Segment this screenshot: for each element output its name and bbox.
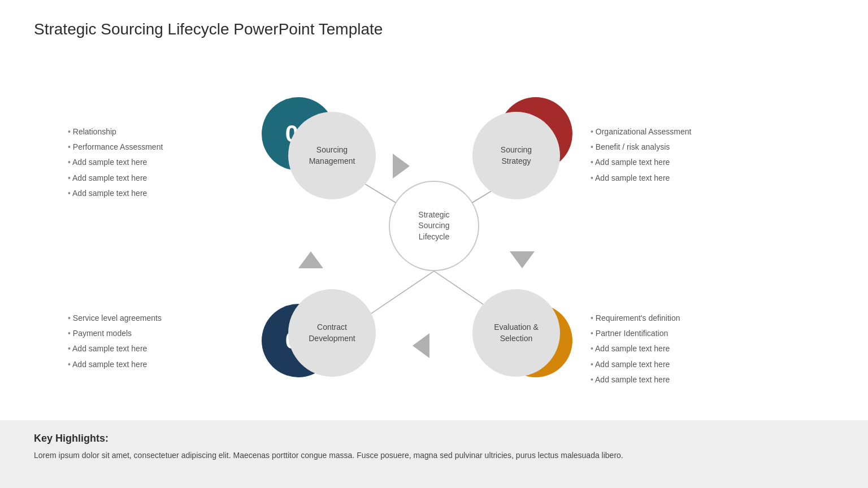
list-item: Relationship xyxy=(68,124,163,140)
arrow-right-01-02 xyxy=(393,154,410,178)
label-circle-03: Evaluation &Selection xyxy=(472,289,560,377)
list-item: Add sample text here xyxy=(591,357,680,372)
text-panel-top-left: Relationship Performance Assessment Add … xyxy=(68,124,163,201)
label-circle-02: SourcingStrategy xyxy=(472,112,560,199)
list-item: Add sample text here xyxy=(591,372,680,387)
list-item: Add sample text here xyxy=(68,357,162,372)
label-circle-01: SourcingManagement xyxy=(288,112,376,199)
label-04: ContractDevelopment xyxy=(309,322,355,344)
footer: Key Highlights: Lorem ipsum dolor sit am… xyxy=(0,420,868,488)
text-panel-bottom-right: Requirement's definition Partner Identif… xyxy=(591,311,680,387)
footer-title: Key Highlights: xyxy=(34,433,834,445)
list-item: Add sample text here xyxy=(68,186,163,201)
list-item: Add sample text here xyxy=(68,341,162,356)
arrow-down-02-03 xyxy=(510,251,535,268)
list-item: Add sample text here xyxy=(591,155,691,170)
list-item: Organizational Assessment xyxy=(591,124,691,140)
text-panel-top-right: Organizational Assessment Benefit / risk… xyxy=(591,124,691,186)
list-item: Add sample text here xyxy=(591,341,680,356)
list-item: Payment models xyxy=(68,326,162,341)
label-01: SourcingManagement xyxy=(309,145,355,167)
list-item: Add sample text here xyxy=(68,155,163,170)
list-item: Add sample text here xyxy=(68,171,163,186)
arrow-up-04-01 xyxy=(298,251,323,268)
footer-body: Lorem ipsum dolor sit amet, consectetuer… xyxy=(34,449,834,461)
list-item: Service level agreements xyxy=(68,311,162,326)
text-panel-bottom-left: Service level agreements Payment models … xyxy=(68,311,162,372)
label-03: Evaluation &Selection xyxy=(494,322,539,344)
list-item: Add sample text here xyxy=(591,171,691,186)
slide: Strategic Sourcing Lifecycle PowerPoint … xyxy=(0,0,868,488)
label-02: SourcingStrategy xyxy=(501,145,532,167)
list-item: Requirement's definition xyxy=(591,311,680,326)
diagram-area: StrategicSourcingLifecycle 01 SourcingMa… xyxy=(0,51,868,401)
list-item: Partner Identification xyxy=(591,326,680,341)
center-circle: StrategicSourcingLifecycle xyxy=(389,181,479,271)
arrow-left-03-04 xyxy=(413,333,429,358)
slide-title: Strategic Sourcing Lifecycle PowerPoint … xyxy=(34,20,383,38)
label-circle-04: ContractDevelopment xyxy=(288,289,376,377)
list-item: Performance Assessment xyxy=(68,140,163,155)
center-label: StrategicSourcingLifecycle xyxy=(418,210,449,243)
list-item: Benefit / risk analysis xyxy=(591,140,691,155)
